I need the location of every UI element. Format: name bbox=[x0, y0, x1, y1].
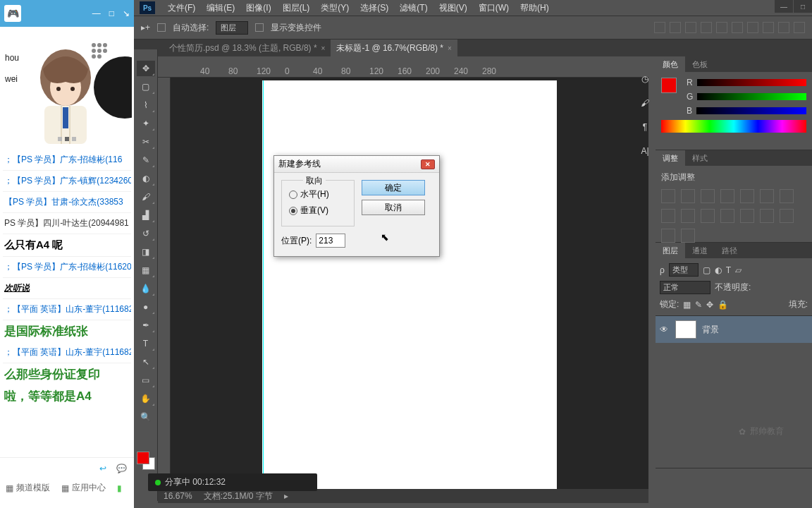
document-tab[interactable]: 未标题-1 @ 16.7%(RGB/8) *× bbox=[331, 40, 457, 56]
move-tool[interactable]: ✥ bbox=[137, 61, 155, 76]
menu-item[interactable]: 选择(S) bbox=[355, 2, 394, 14]
swatches-tab[interactable]: 色板 bbox=[685, 56, 715, 72]
lock-move-icon[interactable]: ✥ bbox=[706, 300, 713, 310]
adj-icon[interactable] bbox=[740, 209, 754, 223]
lock-pixels-icon[interactable]: ▦ bbox=[683, 300, 691, 310]
tab-close-icon[interactable]: × bbox=[321, 44, 326, 52]
ps-minimize-button[interactable]: — bbox=[775, 0, 793, 13]
align-icon[interactable] bbox=[763, 22, 774, 33]
healing-tool[interactable]: ◐ bbox=[137, 171, 155, 186]
vertical-guide[interactable] bbox=[263, 80, 264, 493]
adj-icon[interactable] bbox=[701, 189, 715, 203]
brush-tool[interactable]: 🖌 bbox=[137, 189, 155, 205]
adj-icon[interactable] bbox=[720, 209, 734, 223]
auto-select-checkbox[interactable] bbox=[157, 23, 166, 32]
align-icon[interactable] bbox=[794, 22, 805, 33]
layer-select-dropdown[interactable]: 图层 bbox=[216, 21, 248, 35]
filter-adj-icon[interactable]: ◐ bbox=[715, 265, 722, 275]
menu-item[interactable]: 图像(I) bbox=[240, 2, 276, 14]
align-icon[interactable] bbox=[716, 22, 727, 33]
ok-button[interactable]: 确定 bbox=[362, 180, 425, 195]
close-icon[interactable]: ↘ bbox=[123, 8, 130, 18]
color-spectrum[interactable] bbox=[661, 120, 806, 133]
align-icon[interactable] bbox=[701, 22, 712, 33]
b-slider[interactable] bbox=[696, 107, 806, 114]
blend-mode-dropdown[interactable]: 正常 bbox=[660, 281, 710, 294]
align-icon[interactable] bbox=[732, 22, 743, 33]
adj-icon[interactable] bbox=[681, 189, 695, 203]
brush-preset-icon[interactable]: 🖌 bbox=[638, 96, 652, 110]
visibility-icon[interactable]: 👁 bbox=[660, 325, 670, 334]
adj-icon[interactable] bbox=[780, 189, 794, 203]
align-icon[interactable] bbox=[654, 22, 665, 33]
eyedropper-tool[interactable]: ✎ bbox=[137, 152, 155, 168]
align-icon[interactable] bbox=[747, 22, 758, 33]
foreground-color[interactable] bbox=[137, 452, 149, 464]
menu-item[interactable]: 类型(Y) bbox=[315, 2, 355, 14]
hand-tool[interactable]: ✋ bbox=[137, 391, 155, 406]
shape-tool[interactable]: ▭ bbox=[137, 373, 155, 388]
r-slider[interactable] bbox=[697, 79, 806, 86]
styles-tab[interactable]: 样式 bbox=[685, 150, 715, 166]
document-tab[interactable]: 个性简历.psd @ 18.3% (主题, RGB/8) *× bbox=[164, 40, 331, 56]
ps-maximize-button[interactable]: □ bbox=[794, 0, 812, 13]
fg-color-swatch[interactable] bbox=[661, 78, 677, 93]
minimize-icon[interactable]: — bbox=[92, 8, 101, 18]
lock-position-icon[interactable]: ✎ bbox=[695, 300, 702, 310]
menu-item[interactable]: 窗口(W) bbox=[473, 2, 515, 14]
marquee-tool[interactable]: ▢ bbox=[137, 79, 155, 95]
gradient-tool[interactable]: ▦ bbox=[137, 262, 155, 278]
adj-icon[interactable] bbox=[760, 209, 774, 223]
paths-tab[interactable]: 路径 bbox=[715, 243, 744, 258]
filter-type-dropdown[interactable]: 类型 bbox=[669, 263, 699, 277]
menu-item[interactable]: 视图(V) bbox=[433, 2, 473, 14]
transform-checkbox[interactable] bbox=[255, 23, 264, 32]
type-tool[interactable]: T bbox=[137, 336, 155, 351]
filter-shape-icon[interactable]: ▱ bbox=[735, 265, 742, 275]
zoom-level[interactable]: 16.67% bbox=[164, 491, 192, 501]
filter-txt-icon[interactable]: T bbox=[726, 265, 731, 275]
align-icon[interactable] bbox=[685, 22, 696, 33]
adj-icon[interactable] bbox=[661, 189, 675, 203]
channel-template-tab[interactable]: ▦ 频道模版 bbox=[6, 482, 50, 494]
lasso-tool[interactable]: ⌇ bbox=[137, 97, 155, 113]
color-swatches[interactable] bbox=[137, 452, 155, 470]
reply-icon[interactable]: ↩ bbox=[99, 464, 106, 473]
adj-icon[interactable] bbox=[681, 229, 695, 243]
color-tab[interactable]: 颜色 bbox=[656, 56, 685, 72]
position-input[interactable] bbox=[316, 234, 345, 248]
app-center-tab[interactable]: ▦ 应用中心 bbox=[61, 482, 106, 494]
vertical-radio[interactable] bbox=[289, 207, 297, 215]
chat-icon[interactable]: 💬 bbox=[116, 464, 127, 473]
filter-img-icon[interactable]: ▢ bbox=[703, 265, 710, 275]
adjustments-tab[interactable]: 调整 bbox=[656, 150, 685, 166]
g-slider[interactable] bbox=[697, 93, 806, 100]
horizontal-radio[interactable] bbox=[289, 190, 297, 199]
status-arrow-icon[interactable]: ▸ bbox=[284, 491, 288, 501]
adj-icon[interactable] bbox=[661, 209, 675, 223]
eraser-tool[interactable]: ◨ bbox=[137, 244, 155, 260]
adj-icon[interactable] bbox=[780, 209, 794, 223]
align-icon[interactable] bbox=[778, 22, 789, 33]
menu-item[interactable]: 图层(L) bbox=[277, 2, 316, 14]
adj-icon[interactable] bbox=[740, 189, 754, 203]
history-icon[interactable]: ◷ bbox=[638, 72, 652, 86]
maximize-icon[interactable]: □ bbox=[109, 8, 114, 18]
layer-thumbnail[interactable] bbox=[675, 320, 696, 339]
menu-item[interactable]: 文件(F) bbox=[162, 2, 201, 14]
zoom-tool[interactable]: 🔍 bbox=[137, 409, 155, 425]
adj-icon[interactable] bbox=[720, 189, 734, 203]
crop-tool[interactable]: ✂ bbox=[137, 134, 155, 150]
paragraph-icon[interactable]: A| bbox=[638, 144, 652, 158]
adj-icon[interactable] bbox=[701, 209, 715, 223]
char-panel-icon[interactable]: ¶ bbox=[638, 120, 652, 134]
adj-icon[interactable] bbox=[681, 209, 695, 223]
wand-tool[interactable]: ✦ bbox=[137, 116, 155, 131]
channels-tab[interactable]: 通道 bbox=[685, 243, 715, 258]
layer-background[interactable]: 👁 背景 bbox=[656, 316, 812, 343]
cancel-button[interactable]: 取消 bbox=[362, 200, 425, 215]
adj-icon[interactable] bbox=[760, 189, 774, 203]
menu-item[interactable]: 滤镜(T) bbox=[394, 2, 433, 14]
path-tool[interactable]: ↖ bbox=[137, 354, 155, 370]
align-icon[interactable] bbox=[670, 22, 681, 33]
